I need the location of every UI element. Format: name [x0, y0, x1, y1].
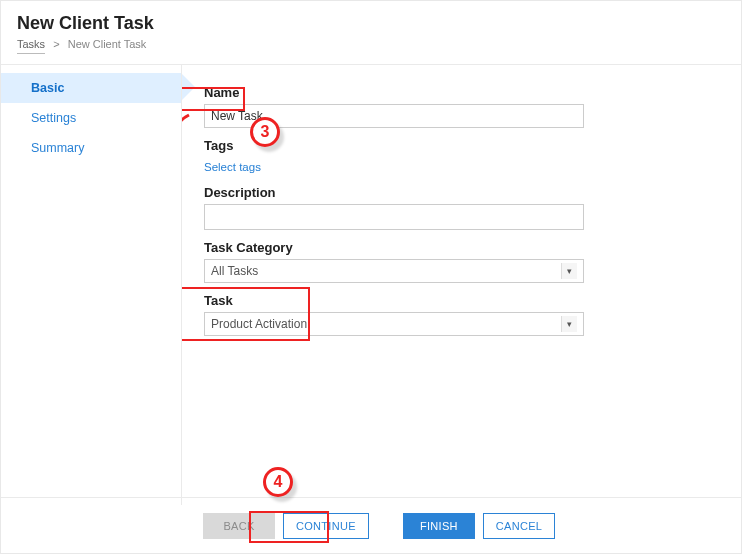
form-panel: Name Tags Select tags Description Task C… [181, 65, 741, 505]
cancel-button[interactable]: CANCEL [483, 513, 555, 539]
name-input[interactable] [204, 104, 584, 128]
wizard-step-settings[interactable]: Settings [1, 103, 181, 133]
back-button: BACK [203, 513, 275, 539]
wizard-step-basic[interactable]: Basic [1, 73, 181, 103]
finish-button[interactable]: FINISH [403, 513, 475, 539]
task-category-select[interactable]: All Tasks ▾ [204, 259, 584, 283]
breadcrumb-root[interactable]: Tasks [17, 38, 45, 54]
select-tags-link[interactable]: Select tags [204, 161, 261, 173]
task-value: Product Activation [211, 317, 307, 331]
continue-button[interactable]: CONTINUE [283, 513, 369, 539]
breadcrumb-separator: > [53, 38, 59, 50]
name-label: Name [204, 85, 719, 100]
description-label: Description [204, 185, 719, 200]
task-category-label: Task Category [204, 240, 719, 255]
task-select[interactable]: Product Activation ▾ [204, 312, 584, 336]
task-category-value: All Tasks [211, 264, 258, 278]
breadcrumb: Tasks > New Client Task [17, 38, 725, 60]
wizard-step-summary[interactable]: Summary [1, 133, 181, 163]
wizard-sidebar: Basic Settings Summary [1, 65, 181, 505]
chevron-down-icon: ▾ [561, 263, 577, 279]
breadcrumb-current: New Client Task [68, 38, 147, 50]
tags-label: Tags [204, 138, 719, 153]
page-title: New Client Task [17, 13, 725, 34]
chevron-down-icon: ▾ [561, 316, 577, 332]
description-input[interactable] [204, 204, 584, 230]
header: New Client Task Tasks > New Client Task [1, 1, 741, 64]
task-label: Task [204, 293, 719, 308]
wizard-footer: BACK CONTINUE FINISH CANCEL [1, 497, 741, 553]
annotation-arrow [181, 105, 194, 305]
